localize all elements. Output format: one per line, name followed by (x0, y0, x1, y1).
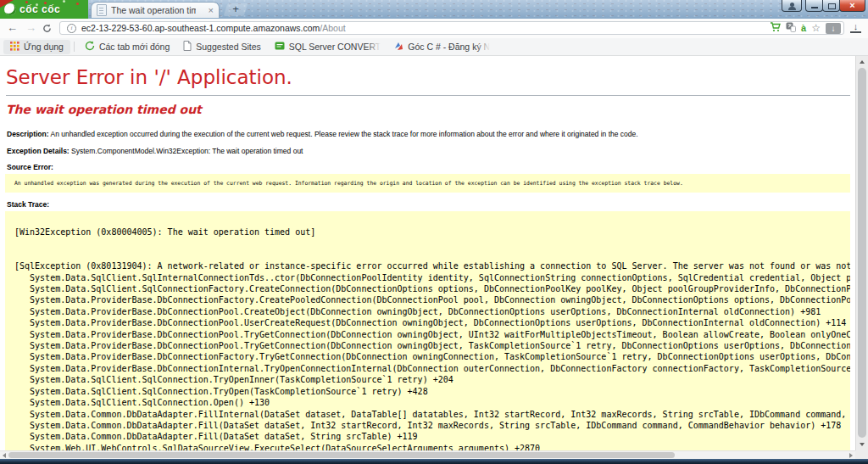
bookmark-label: Các tab mới đóng (99, 42, 170, 52)
coccoc-brand-label: cốc cốc (19, 3, 60, 15)
tab-favicon-icon (97, 4, 107, 16)
scrollbar-corner (855, 450, 868, 459)
info-icon[interactable]: i (67, 24, 76, 33)
bookmark-sql-server[interactable]: SQL Server CONVERT (268, 39, 388, 54)
tab-title: The wait operation timed (111, 5, 196, 15)
url-path: /About (320, 23, 345, 33)
dictionary-icon[interactable]: à (801, 23, 806, 33)
sql-icon (275, 41, 285, 53)
csharp-icon (394, 42, 403, 53)
source-error-label: Source Error: (7, 163, 53, 171)
exception-details-label: Exception Details: (7, 147, 70, 155)
stack-trace-text: [Win32Exception (0x80004005): The wait o… (5, 211, 850, 450)
window-controls: × (782, 0, 865, 12)
source-error-text: An unhandled exception was generated dur… (5, 174, 850, 187)
horizontal-scrollbar-thumb[interactable] (8, 452, 675, 458)
divider (6, 95, 850, 96)
reload-icon[interactable] (42, 23, 52, 36)
address-bar[interactable]: i ec2-13-229-53-60.ap-southeast-1.comput… (59, 21, 844, 35)
downloads-icon[interactable]: ↓ (850, 22, 861, 33)
vertical-scrollbar-thumb[interactable] (858, 68, 866, 438)
bookmark-label: Góc C # - Đăng ký N (408, 42, 490, 52)
bookmarks-divider (74, 42, 75, 52)
stack-trace-line: Stack Trace: (7, 200, 49, 209)
scroll-up-icon[interactable] (860, 60, 865, 64)
coccoc-logo: cốc cốc (0, 0, 88, 19)
scroll-right-icon[interactable] (849, 453, 853, 458)
bookmark-star-icon[interactable]: ☆ (811, 23, 821, 33)
shopping-cart-icon[interactable] (770, 20, 781, 36)
bookmark-apps[interactable]: Ứng dụng (3, 40, 70, 54)
browser-tab[interactable]: The wait operation timed × (91, 2, 220, 18)
bookmark-recent-tabs[interactable]: Các tab mới đóng (78, 39, 176, 54)
bookmarks-bar: Ứng dụng Các tab mới đóng Suggested Site… (0, 38, 868, 56)
minimize-button[interactable] (805, 0, 823, 12)
back-icon[interactable]: ← (7, 21, 18, 35)
source-error-box: An unhandled exception was generated dur… (5, 174, 850, 193)
new-tab-button[interactable]: + (224, 3, 248, 16)
description-label: Description: (7, 130, 49, 138)
download-manager-icon[interactable]: ↓ (826, 23, 841, 34)
source-error-line: Source Error: (7, 163, 53, 171)
bookmark-label: SQL Server CONVERT (289, 42, 381, 52)
tab-close-icon[interactable]: × (209, 6, 214, 15)
translate-icon[interactable] (786, 20, 796, 36)
close-button[interactable]: × (839, 0, 865, 12)
nav-toolbar: ← → i ec2-13-229-53-60.ap-southeast-1.co… (0, 19, 868, 38)
scroll-left-icon[interactable] (3, 453, 6, 458)
coccoc-logo-icon (4, 3, 16, 15)
forward-icon[interactable]: → (25, 21, 36, 35)
apps-grid-icon (10, 42, 19, 53)
window-bottom-border (0, 459, 868, 464)
bookmark-goc-csharp[interactable]: Góc C # - Đăng ký N (387, 40, 497, 54)
vertical-scrollbar[interactable] (855, 56, 868, 450)
restore-tabs-icon (85, 41, 95, 53)
exception-details-text: System.ComponentModel.Win32Exception: Th… (71, 147, 303, 155)
error-message: The wait operation timed out (6, 103, 202, 116)
stack-trace-label: Stack Trace: (7, 200, 49, 209)
horizontal-scrollbar[interactable] (0, 450, 855, 459)
exception-details-line: Exception Details: System.ComponentModel… (7, 147, 303, 155)
maximize-button[interactable] (822, 0, 840, 12)
page-content: Server Error in '/' Application. The wai… (0, 56, 855, 450)
bookmark-label: Ứng dụng (24, 42, 64, 52)
page-icon (183, 41, 192, 53)
description-line: Description: An unhandled exception occu… (7, 130, 638, 138)
url-host: ec2-13-229-53-60.ap-southeast-1.compute.… (81, 23, 320, 33)
plus-icon: + (232, 3, 239, 15)
profile-button[interactable] (782, 0, 802, 12)
description-text: An unhandled exception occurred during t… (51, 130, 638, 138)
url-text[interactable]: ec2-13-229-53-60.ap-southeast-1.compute.… (81, 23, 346, 33)
bookmark-label: Suggested Sites (196, 42, 260, 52)
page-title: Server Error in '/' Application. (6, 66, 292, 88)
stack-trace-box: [Win32Exception (0x80004005): The wait o… (5, 211, 850, 450)
bookmark-suggested-sites[interactable]: Suggested Sites (176, 39, 267, 54)
title-bar: cốc cốc The wait operation timed × + × (0, 0, 868, 19)
scroll-down-icon[interactable] (860, 443, 865, 446)
